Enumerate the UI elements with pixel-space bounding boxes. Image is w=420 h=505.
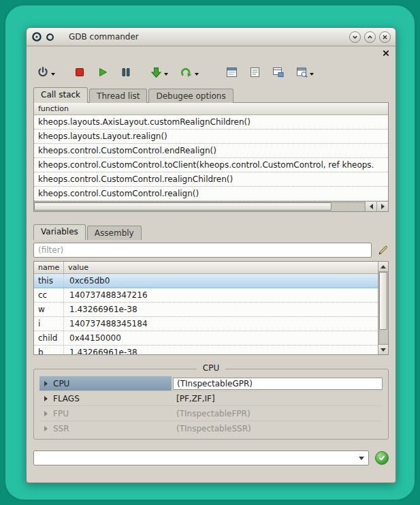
variable-name: b [34,346,64,354]
variable-value: 1.43266961e-38 [64,303,378,316]
variable-name: i [34,317,64,331]
scrollbar-thumb[interactable] [379,272,387,330]
variable-name: cc [34,288,64,302]
callstack-row[interactable]: kheops.control.CustomControl.toClient(kh… [34,158,388,172]
expander-icon[interactable] [39,381,52,386]
chevron-down-icon [164,73,168,76]
chevron-down-icon [195,73,199,76]
variable-row[interactable]: w 1.43266961e-38 [34,303,378,317]
cpu-row-name-cell[interactable]: SSR [39,421,172,436]
scrollbar-thumb[interactable] [34,202,332,211]
value-column-header[interactable]: value [64,262,378,273]
tab-thread-list[interactable]: Thread list [89,89,147,103]
log-doc-icon [250,67,260,78]
stop-icon [74,67,85,78]
run-icon [97,67,108,78]
send-command-button[interactable] [375,451,389,465]
command-input[interactable] [34,451,355,465]
shade-button[interactable] [349,31,361,43]
triangle-down-icon [359,457,364,460]
show-windows-button[interactable] [270,63,286,81]
cpu-inspector-row[interactable]: SSR (TInspectableSSR) [39,421,383,436]
cpu-row-value[interactable]: (TInspectableGPR) [173,378,383,390]
show-log-button[interactable] [248,63,262,81]
scroll-left-button[interactable] [365,202,376,211]
variables-panel: name value this 0xc65db0 cc 140737488347… [33,261,389,355]
triangle-right-icon [381,204,385,209]
cpu-row-name-cell[interactable]: CPU [39,376,172,391]
desktop-background: GDB commander [3,3,417,502]
name-column-header[interactable]: name [34,262,64,273]
variable-row[interactable]: this 0xc65db0 [34,274,378,288]
cpu-group-title: CPU [197,363,225,373]
maximize-button[interactable] [364,31,376,43]
show-output-button[interactable] [224,63,240,81]
cpu-inspector-row[interactable]: CPU (TInspectableGPR) [39,376,383,391]
combo-dropdown-button[interactable] [355,451,368,465]
cpu-row-name-cell[interactable]: FLAGS [39,391,172,405]
cpu-inspector-row[interactable]: FPU (TInspectableFPR) [39,406,383,421]
titlebar[interactable]: GDB commander [27,28,395,46]
scrollbar-track[interactable] [34,202,365,211]
tab-debugee-options[interactable]: Debugee options [148,89,233,103]
triangle-left-icon [370,204,373,209]
expander-icon[interactable] [39,396,52,401]
cpu-row-value[interactable]: [PF,ZF,IF] [173,393,383,405]
vertical-scrollbar[interactable] [378,262,388,354]
triangle-down-icon [381,348,386,352]
tab-variables[interactable]: Variables [33,224,86,240]
callstack-row[interactable]: kheops.layouts.Layout.realign() [34,129,388,144]
variable-name: child [34,331,64,345]
scrollbar-track[interactable] [378,272,388,344]
chevron-down-icon [51,73,55,76]
horizontal-scrollbar[interactable] [34,201,388,211]
scroll-right-button[interactable] [376,202,388,211]
tab-assembly[interactable]: Assembly [87,226,142,240]
output-doc-icon [226,67,238,78]
cpu-row-value[interactable]: (TInspectableSSR) [173,423,383,435]
pause-button[interactable] [118,63,133,81]
power-button[interactable] [35,63,57,81]
cpu-row-label: CPU [52,379,69,388]
window-menu-icon[interactable] [46,33,54,42]
stop-button[interactable] [72,63,87,81]
command-combobox[interactable] [33,450,369,465]
run-button[interactable] [95,63,110,81]
expander-icon[interactable] [39,426,52,431]
continue-button[interactable] [178,63,201,81]
toolbar [27,60,395,85]
variables-header: name value [34,262,378,274]
dock-close-button[interactable] [383,50,389,57]
callstack-row[interactable]: kheops.control.CustomControl.realignChil… [34,172,388,187]
callstack-column-header[interactable]: function [34,103,388,115]
expander-icon[interactable] [39,411,52,416]
chevron-down-icon [310,73,314,76]
variable-name: this [34,274,64,288]
cpu-row-value[interactable]: (TInspectableFPR) [173,408,383,420]
variable-row[interactable]: child 0x44150000 [34,331,378,346]
callstack-row[interactable]: kheops.control.CustomControl.realign() [34,187,388,201]
power-icon [37,66,49,78]
step-button[interactable] [148,63,170,81]
close-button[interactable] [379,31,391,43]
pen-icon [378,245,389,256]
variable-row[interactable]: b 1.43266961e-38 [34,346,378,354]
cpu-row-label: FPU [52,409,69,418]
titlebar-buttons [349,31,391,43]
filter-pen-button[interactable] [378,245,389,256]
cpu-row-label: FLAGS [52,394,80,403]
scroll-up-button[interactable] [378,262,388,272]
commands-menu-button[interactable] [294,63,316,81]
variable-value: 140737488345184 [64,317,378,331]
callstack-row[interactable]: kheops.control.CustomControl.endRealign(… [34,144,388,158]
variable-row[interactable]: cc 140737488347216 [34,288,378,303]
filter-input[interactable] [33,243,372,258]
tab-call-stack[interactable]: Call stack [33,87,88,103]
cpu-row-name-cell[interactable]: FPU [39,406,172,420]
cpu-row-label: SSR [52,424,69,433]
cpu-inspector-row[interactable]: FLAGS [PF,ZF,IF] [39,391,383,406]
callstack-row[interactable]: kheops.layouts.AxisLayout.customRealignC… [34,115,388,129]
variable-row[interactable]: i 140737488345184 [34,317,378,331]
callstack-panel: function kheops.layouts.AxisLayout.custo… [33,102,389,212]
scroll-down-button[interactable] [378,344,388,354]
